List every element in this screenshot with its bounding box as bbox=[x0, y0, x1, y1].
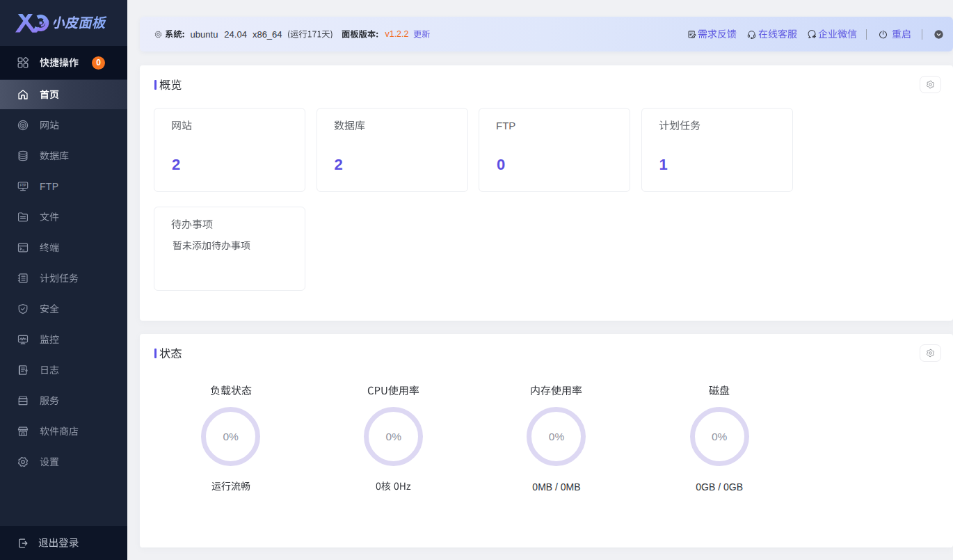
svg-text:FTP: FTP bbox=[20, 184, 26, 187]
